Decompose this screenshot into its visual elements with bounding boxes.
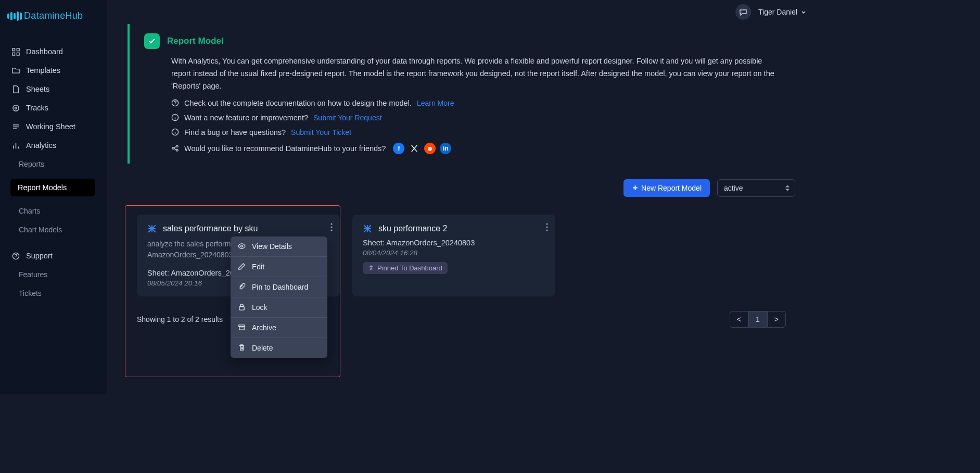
sidebar-item-tickets[interactable]: Tickets [0, 284, 107, 303]
sidebar-item-sheets[interactable]: Sheets [0, 80, 107, 98]
nav-label: Support [26, 252, 53, 260]
card-title: sales performance by sku [163, 224, 258, 233]
svg-rect-23 [239, 307, 244, 310]
svg-point-17 [330, 226, 332, 228]
report-model-card[interactable]: sku performance 2 Sheet: AmazonOrders_20… [352, 215, 555, 296]
target-icon [11, 104, 20, 112]
svg-point-12 [176, 150, 178, 152]
card-menu-button[interactable] [330, 223, 333, 231]
svg-point-18 [330, 229, 332, 231]
sidebar-item-templates[interactable]: Templates [0, 61, 107, 80]
nav-label: Chart Models [19, 226, 62, 234]
linkedin-icon[interactable]: in [440, 143, 451, 154]
pager-prev[interactable]: < [730, 311, 748, 328]
user-menu[interactable]: Tiger Daniel [758, 8, 807, 16]
context-delete[interactable]: Delete [231, 338, 327, 358]
sidebar-item-report-models-wrap: Report Models [0, 173, 107, 202]
nav: Dashboard Templates Sheets Tracks Workin… [0, 42, 107, 394]
select-value: active [724, 184, 743, 192]
facebook-icon[interactable]: f [393, 143, 404, 154]
cards-area: sales performance by sku analyze the sal… [128, 205, 795, 328]
context-label: Delete [252, 344, 273, 352]
card-date: 08/04/2024 16:28 [363, 249, 545, 257]
svg-point-5 [15, 107, 17, 109]
eye-icon [238, 242, 246, 250]
context-menu: View Details Edit Pin to Dashboard Lock [231, 236, 327, 358]
context-archive[interactable]: Archive [231, 318, 327, 338]
context-pin[interactable]: Pin to Dashboard [231, 277, 327, 297]
svg-rect-0 [12, 48, 15, 51]
nav-label: Report Models [18, 183, 67, 192]
select-caret-icon [785, 185, 790, 191]
pin-icon [368, 265, 374, 271]
svg-point-19 [546, 223, 548, 225]
learn-more-link[interactable]: Learn More [417, 99, 454, 107]
paperclip-icon [238, 283, 246, 291]
sidebar: DatamineHub Dashboard Templates Sheets T… [0, 0, 107, 394]
design-icon [147, 224, 157, 233]
sidebar-item-charts[interactable]: Charts [0, 202, 107, 220]
sidebar-item-dashboard[interactable]: Dashboard [0, 42, 107, 61]
logo[interactable]: DatamineHub [0, 6, 107, 42]
sidebar-item-report-models[interactable]: Report Models [10, 179, 95, 196]
context-label: View Details [252, 242, 292, 251]
chat-bubble-icon [739, 8, 747, 16]
info-title: Report Model [167, 36, 224, 46]
status-filter-select[interactable]: active [717, 179, 795, 197]
sidebar-item-working-sheet[interactable]: Working Sheet [0, 117, 107, 136]
folder-icon [11, 66, 20, 74]
list-icon [11, 122, 20, 131]
share-icon [171, 144, 179, 152]
nav-label: Analytics [26, 141, 56, 150]
results-row: Showing 1 to 2 of 2 results < 1 > [128, 306, 795, 328]
sidebar-item-tracks[interactable]: Tracks [0, 98, 107, 117]
svg-point-21 [546, 229, 548, 231]
user-name: Tiger Daniel [758, 8, 797, 16]
toolbar: New Report Model active [128, 179, 795, 197]
svg-point-4 [12, 105, 18, 110]
file-icon [11, 85, 20, 93]
sidebar-item-analytics[interactable]: Analytics [0, 136, 107, 155]
submit-request-link[interactable]: Submit Your Request [313, 114, 382, 122]
svg-point-20 [546, 226, 548, 228]
social-text: Would you like to recommend DatamineHub … [184, 144, 386, 153]
sidebar-item-reports[interactable]: Reports [0, 155, 107, 173]
new-report-model-button[interactable]: New Report Model [623, 179, 710, 197]
context-edit[interactable]: Edit [231, 257, 327, 277]
pager-page-1[interactable]: 1 [748, 311, 767, 328]
sidebar-item-chart-models[interactable]: Chart Models [0, 220, 107, 239]
nav-label: Sheets [26, 85, 49, 93]
main: Tiger Daniel Report Model With Analytics… [107, 0, 816, 394]
svg-point-13 [428, 147, 432, 151]
info-text: Check out the complete documentation on … [184, 99, 412, 107]
lock-icon [238, 303, 246, 311]
button-label: New Report Model [641, 184, 702, 192]
results-text: Showing 1 to 2 of 2 results [137, 315, 223, 323]
context-lock[interactable]: Lock [231, 297, 327, 318]
sidebar-item-features[interactable]: Features [0, 265, 107, 284]
info-icon [171, 114, 179, 121]
x-twitter-icon[interactable] [409, 143, 420, 154]
context-label: Edit [252, 263, 264, 271]
badge-label: Pinned To Dashboard [377, 264, 442, 272]
chat-bubble-button[interactable] [735, 4, 751, 20]
context-label: Lock [252, 303, 268, 312]
nav-label: Templates [26, 66, 60, 74]
context-label: Archive [252, 323, 276, 332]
logo-icon [7, 11, 22, 21]
help-icon [11, 252, 20, 260]
pagination: < 1 > [730, 311, 786, 328]
edit-icon [238, 263, 246, 270]
sidebar-item-support[interactable]: Support [0, 246, 107, 265]
context-view-details[interactable]: View Details [231, 236, 327, 257]
plus-icon [632, 184, 639, 191]
pager-next[interactable]: > [767, 311, 786, 328]
svg-point-10 [176, 145, 178, 147]
card-menu-button[interactable] [546, 223, 548, 231]
nav-label: Reports [19, 160, 44, 168]
submit-ticket-link[interactable]: Submit Your Ticket [291, 128, 351, 136]
help-icon [171, 99, 179, 107]
nav-label: Charts [19, 207, 40, 215]
reddit-icon[interactable] [424, 143, 436, 154]
info-line-feature: Want a new feature or improvement? Submi… [171, 114, 781, 122]
